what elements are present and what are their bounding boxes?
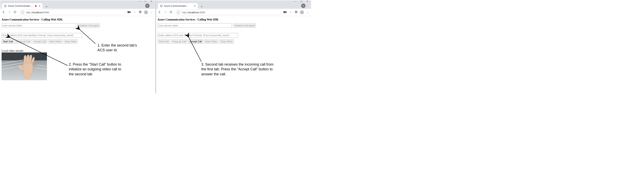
globe-icon [4, 4, 7, 7]
url-bar: i http://localhost:8080 ☆ ⋮ [156, 9, 311, 16]
forward-button[interactable] [8, 10, 11, 14]
address-bar[interactable]: i http://localhost:8080 [174, 9, 281, 15]
camera-indicator-icon[interactable] [127, 11, 131, 14]
new-tab-button[interactable]: + [44, 4, 49, 9]
tab-close-button[interactable]: ✕ [194, 4, 196, 7]
titlebar: — ▢ ✕ [0, 0, 155, 2]
bookmark-star-icon[interactable]: ☆ [133, 11, 136, 14]
minimize-button[interactable]: — [138, 0, 140, 2]
browser-window-right: — ▢ ✕ Azure Communication Services ✕ + [156, 0, 311, 48]
page-title: Azure Communication Services - Calling W… [2, 18, 154, 21]
tab-close-button[interactable]: ✕ [38, 4, 40, 7]
browser-tab-active[interactable]: Azure Communication Servi… ✕ [2, 3, 42, 9]
url-text: http://localhost:8080 [182, 11, 205, 14]
annotation-step-2: 2. Press the "Start Call" button to init… [69, 62, 121, 76]
browser-tab-active[interactable]: Azure Communication Services ✕ [158, 3, 198, 9]
tab-title: Azure Communication Services [164, 4, 190, 7]
close-window-button[interactable]: ✕ [306, 0, 308, 2]
svg-rect-7 [284, 11, 286, 13]
tab-strip: Azure Communication Servi… ✕ + [0, 2, 155, 9]
site-info-icon[interactable]: i [177, 11, 180, 14]
reload-button[interactable] [169, 10, 173, 14]
start-video-button[interactable]: Start Video [204, 39, 218, 44]
extensions-icon[interactable] [138, 10, 142, 14]
start-video-button[interactable]: Start Video [48, 39, 62, 44]
reload-button[interactable] [13, 10, 17, 14]
maximize-button[interactable]: ▢ [144, 0, 146, 2]
tab-strip: Azure Communication Services ✕ + [156, 2, 311, 9]
stop-video-button[interactable]: Stop Video [64, 39, 78, 44]
hand-image [13, 54, 42, 80]
start-call-button[interactable]: Start Call [2, 39, 14, 44]
callee-identity-input[interactable] [2, 33, 82, 37]
globe-icon [160, 4, 163, 7]
forward-button[interactable] [164, 10, 167, 14]
initialize-call-agent-button[interactable]: Initialize Call Agent [77, 23, 100, 28]
recording-indicator-icon [35, 5, 36, 7]
site-info-icon[interactable]: i [21, 11, 24, 14]
page-content: Azure Communication Services - Calling W… [156, 16, 311, 48]
back-button[interactable] [158, 10, 162, 14]
tab-title: Azure Communication Servi… [8, 4, 34, 7]
kebab-menu-icon[interactable]: ⋮ [306, 11, 310, 14]
user-access-token-input[interactable] [158, 23, 232, 28]
kebab-menu-icon[interactable]: ⋮ [150, 11, 154, 14]
hang-up-call-button[interactable]: Hang up Call [171, 39, 187, 44]
new-tab-button[interactable]: + [199, 4, 204, 9]
local-video-preview [2, 52, 47, 80]
tab-search-button[interactable] [301, 3, 306, 8]
accept-call-button[interactable]: Accept Call [188, 39, 203, 44]
annotation-step-1: 1. Enter the second tab's ACS user id. [98, 43, 137, 53]
callee-identity-input[interactable] [158, 33, 238, 37]
page-title: Azure Communication Services - Calling W… [158, 18, 310, 21]
bookmark-star-icon[interactable]: ☆ [289, 11, 292, 14]
divider [156, 0, 156, 93]
close-window-button[interactable]: ✕ [150, 0, 152, 2]
profile-avatar[interactable] [300, 10, 304, 14]
camera-indicator-icon[interactable] [283, 11, 287, 14]
titlebar: — ▢ ✕ [156, 0, 311, 2]
initialize-call-agent-button[interactable]: Initialize Call Agent [233, 23, 256, 28]
svg-rect-3 [128, 11, 130, 13]
hang-up-call-button[interactable]: Hang up Call [15, 39, 32, 44]
annotation-step-3: 3. Second tab receives the incoming call… [201, 62, 274, 76]
user-access-token-input[interactable] [2, 23, 76, 28]
start-call-button[interactable]: Start Call [158, 39, 170, 44]
back-button[interactable] [2, 10, 6, 14]
tab-search-button[interactable] [145, 3, 150, 8]
stop-video-button[interactable]: Stop Video [219, 39, 234, 44]
url-bar: i http://localhost:8080 ☆ ⋮ [0, 9, 155, 16]
accept-call-button[interactable]: Accept Call [32, 39, 47, 44]
extensions-icon[interactable] [294, 10, 298, 14]
profile-avatar[interactable] [144, 10, 148, 14]
address-bar[interactable]: i http://localhost:8080 [19, 9, 125, 15]
maximize-button[interactable]: ▢ [300, 0, 302, 2]
url-text: http://localhost:8080 [26, 11, 49, 14]
minimize-button[interactable]: — [294, 0, 296, 2]
